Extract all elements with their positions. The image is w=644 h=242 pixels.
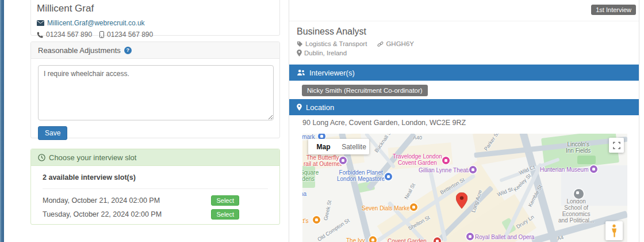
poi-label-seven-dials: Seven Dials Market	[362, 205, 412, 211]
help-icon[interactable]	[124, 47, 132, 54]
poi-icon[interactable]	[590, 165, 597, 173]
poi-icon[interactable]	[369, 236, 377, 242]
save-button[interactable]: Save	[38, 126, 67, 140]
candidate-mobile: 01234 567 890	[107, 31, 153, 39]
vacancy-panel: 1st Interview Business Analyst Logistics…	[289, 0, 639, 242]
poi-label-partial: na	[302, 191, 306, 197]
poi-label-royal-ballet: Royal Ballet and Opera	[475, 234, 534, 240]
interviewers-title: Interviewer(s)	[309, 69, 355, 77]
candidate-name: Millicent Graf	[37, 3, 274, 14]
poi-label-lincolns-inn: Lincoln's Inn Fields	[566, 141, 591, 154]
interview-stage-badge: 1st Interview	[591, 5, 636, 15]
map-marker-icon[interactable]	[456, 192, 467, 210]
divider	[289, 21, 639, 21]
slot-row: Tuesday, October 22, 2024 02:00 PM Selec…	[43, 209, 268, 220]
mobile-icon	[99, 31, 104, 38]
candidate-email-link[interactable]: Millicent.Graf@webrecruit.co.uk	[47, 19, 145, 27]
street-label: Neal St	[403, 183, 416, 201]
location-section-header: Location	[289, 99, 639, 115]
map-type-map-button[interactable]: Map	[308, 143, 339, 151]
poi-icon[interactable]	[442, 157, 450, 164]
select-slot-button[interactable]: Select	[211, 209, 239, 220]
poi-label-covent-garden: Covent Garden	[388, 238, 427, 242]
select-slot-button[interactable]: Select	[211, 195, 239, 206]
interviewers-section-header: Interviewer(s)	[289, 65, 639, 81]
google-map[interactable]: Bucknall St A40 Neal St Betterton St She…	[302, 134, 627, 242]
job-reference: GHGH6Y	[386, 40, 414, 47]
link-icon	[377, 41, 384, 47]
slot-datetime: Monday, October 21, 2024 02:00 PM	[43, 196, 160, 205]
candidate-phone: 01234 567 890	[46, 31, 92, 39]
poi-icon[interactable]	[469, 166, 477, 173]
candidate-card: Millicent Graf Millicent.Graf@webrecruit…	[30, 0, 280, 36]
envelope-icon	[37, 20, 44, 26]
adjustments-textarea[interactable]	[38, 65, 274, 120]
street-label: Greek St	[323, 200, 332, 221]
street-label: Old Compton St	[316, 217, 350, 242]
street-label: A40	[413, 135, 422, 141]
interviewer-badge: Nicky Smith (Recruitment Co-ordinator)	[302, 85, 428, 96]
clock-icon	[38, 154, 45, 161]
job-sector: Logistics & Transport	[305, 40, 367, 47]
poi-label-gillian-lynne: Gillian Lynne Theatre	[419, 167, 473, 173]
poi-label-outernet: The Butterfly rail at Outernet	[304, 154, 342, 167]
map-pin-icon	[297, 104, 302, 111]
interview-slot-panel: Choose your interview slot 2 available i…	[30, 149, 280, 225]
job-location: Dublin, Ireland	[304, 50, 347, 56]
poi-icon[interactable]	[434, 237, 441, 242]
fullscreen-icon[interactable]	[609, 138, 624, 153]
poi-label-lse: London School of Economics and Political…	[558, 198, 594, 224]
graduation-cap-icon[interactable]	[574, 189, 584, 199]
poi-icon[interactable]	[339, 157, 347, 164]
poi-label-the-ivy: The Ivy	[346, 237, 365, 242]
map-pin-icon	[297, 50, 302, 56]
tag-icon	[297, 41, 303, 47]
job-title: Business Analyst	[297, 27, 366, 37]
left-edge-bar	[0, 0, 4, 242]
poi-label-forbidden-planet: Forbidden Planet London Megastore	[337, 169, 385, 182]
reasonable-adjustments-panel: Reasonable Adjustments Save	[30, 41, 280, 138]
poi-label-partial: tt's	[302, 218, 308, 224]
poi-icon[interactable]	[410, 203, 417, 211]
pegman-icon[interactable]	[605, 221, 623, 240]
street-label: A4	[557, 235, 564, 242]
poi-label-travelodge: Travelodge London Covent Garden	[393, 153, 442, 166]
park-inner	[577, 156, 596, 164]
poi-icon[interactable]	[385, 173, 392, 180]
map-type-satellite-button[interactable]: Satellite	[339, 143, 369, 151]
reasonable-adjustments-title: Reasonable Adjustments	[38, 46, 121, 55]
page: Millicent Graf Millicent.Graf@webrecruit…	[0, 0, 644, 242]
location-title: Location	[306, 103, 334, 112]
interview-address: 90 Long Acre, Covent Garden, London, WC2…	[302, 119, 466, 127]
poi-label-gardens: Square rdens	[302, 169, 319, 182]
interview-slot-title: Choose your interview slot	[49, 153, 136, 162]
available-slots-count: 2 available interview slot(s)	[43, 173, 268, 181]
users-icon	[297, 69, 305, 76]
slot-row: Monday, October 21, 2024 02:00 PM Select	[43, 195, 268, 206]
poi-label-hunterian: Hunterian Museum	[540, 167, 588, 173]
divider	[43, 188, 268, 189]
poi-icon[interactable]	[466, 233, 474, 240]
map-type-control: Map Satellite	[308, 139, 369, 154]
phone-icon	[37, 32, 43, 38]
poi-icon[interactable]	[313, 216, 320, 224]
slot-datetime: Tuesday, October 22, 2024 02:00 PM	[43, 210, 162, 218]
